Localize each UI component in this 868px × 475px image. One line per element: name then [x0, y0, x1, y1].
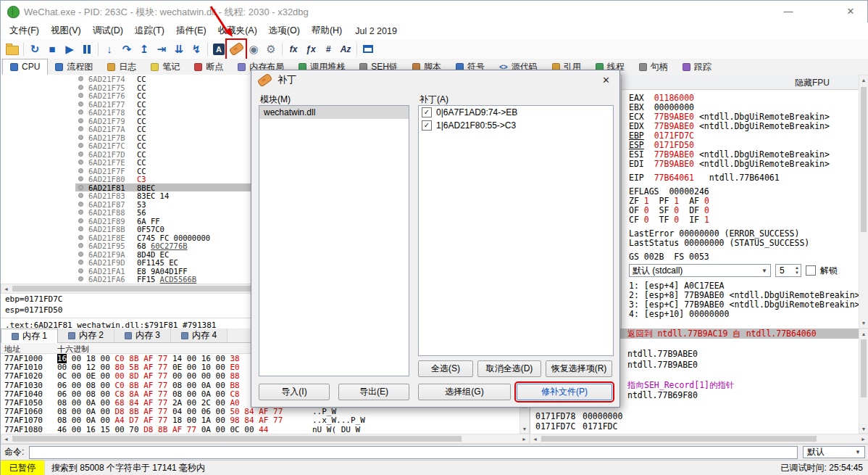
dump-tab-1[interactable]: 内存 1 — [1, 329, 58, 343]
register-line[interactable]: LastStatus 00000000 (STATUS_SUCCESS) — [629, 238, 859, 247]
scroll-down-icon[interactable]: ▼ — [859, 424, 868, 433]
register-line[interactable]: GS 002B FS 0053 — [629, 252, 859, 261]
breakpoint-dot[interactable] — [78, 93, 83, 98]
scroll-right-icon[interactable]: ► — [519, 434, 529, 443]
breakpoint-dot[interactable] — [78, 226, 83, 231]
deselect-all-button[interactable]: 取消全选(D) — [477, 360, 541, 377]
menu-item-favourites[interactable]: 收藏夹(A) — [212, 22, 263, 39]
scroll-up-icon[interactable]: ▲ — [859, 75, 868, 85]
comment-button[interactable]: ◉ — [245, 41, 262, 58]
stack-row[interactable]: 0171FD7C0171FDC — [530, 421, 859, 431]
patch-checkbox[interactable]: ✓ — [422, 120, 432, 131]
register-line[interactable]: EBX 00000000 — [629, 102, 859, 112]
dump-tab-4[interactable]: 内存 4 — [171, 329, 228, 342]
scroll-thumb[interactable] — [12, 436, 462, 442]
hash-button[interactable]: # — [320, 41, 337, 58]
menu-item-trace[interactable]: 追踪(T) — [129, 22, 170, 39]
run-to-cursor-button[interactable]: ⇥ — [153, 41, 170, 58]
menu-item-view[interactable]: 视图(V) — [45, 22, 87, 39]
tab-cpu[interactable]: CPU — [2, 59, 48, 75]
register-line[interactable]: EFLAGS 00000246 — [629, 186, 859, 196]
breakpoint-dot[interactable] — [78, 135, 83, 140]
dump-tab-3[interactable]: 内存 3 — [114, 329, 171, 342]
register-line[interactable]: ESP 0171FD50 — [629, 140, 859, 149]
breakpoint-dot[interactable] — [78, 143, 83, 148]
unlock-checkbox[interactable] — [806, 265, 816, 276]
command-input[interactable] — [29, 446, 798, 459]
dump-row[interactable]: 77AF107008 00 0A 00 A4 D7 AF 77 18 00 1A… — [1, 416, 519, 424]
register-line[interactable]: LastError 00000000 (ERROR_SUCCESS) — [629, 228, 859, 238]
menu-item-help[interactable]: 帮助(H) — [306, 22, 348, 39]
breakpoint-dot[interactable] — [78, 76, 83, 81]
patch-list-item[interactable]: ✓0|6A7F1AD9:74->EB — [419, 106, 613, 119]
open-file-button[interactable] — [4, 41, 21, 58]
argument-line[interactable]: 3: [esp+C] 77B9ABE0 <ntdll.DbgUiRemoteBr… — [629, 300, 859, 309]
breakpoint-dot[interactable] — [78, 210, 83, 215]
patch-dialog-titlebar[interactable]: 补丁 ✕ — [251, 70, 619, 89]
run-button[interactable]: ▶ — [61, 41, 78, 58]
register-line[interactable]: EDX 77B9ABE0 <ntdll.DbgUiRemoteBreakin> — [629, 121, 859, 131]
breakpoint-dot[interactable] — [78, 252, 83, 257]
menu-item-debug[interactable]: 调试(D) — [87, 22, 129, 39]
breakpoint-dot[interactable] — [78, 152, 83, 157]
stack-vscrollbar[interactable]: ▲ ▼ — [859, 329, 868, 434]
search-web-button[interactable] — [394, 41, 412, 58]
scroll-up-icon[interactable]: ▲ — [859, 329, 868, 338]
patch-file-button[interactable]: 修补文件(P) — [517, 384, 612, 400]
breakpoint-dot[interactable] — [78, 160, 83, 165]
breakpoint-dot[interactable] — [78, 126, 83, 131]
menu-item-file[interactable]: 文件(F) — [4, 22, 45, 39]
module-list-item[interactable]: wechatwin.dll — [259, 106, 409, 119]
scroll-thumb[interactable] — [541, 436, 817, 442]
convention-dropdown[interactable]: 默认 (stdcall) ▼ — [629, 264, 771, 277]
tab-log[interactable]: 日志 — [100, 59, 143, 75]
scroll-left-icon[interactable]: ◄ — [530, 434, 540, 443]
functions-button[interactable]: fx — [285, 41, 302, 58]
breakpoint-dot[interactable] — [78, 218, 83, 223]
breakpoint-dot[interactable] — [78, 260, 83, 265]
menu-item-plugins[interactable]: 插件(E) — [170, 22, 212, 39]
search-button[interactable] — [377, 41, 394, 58]
breakpoint-dot[interactable] — [78, 268, 83, 273]
breakpoint-dot[interactable] — [78, 168, 83, 173]
import-button[interactable]: 导入(I) — [259, 384, 330, 400]
tab-trace[interactable]: 跟踪 — [675, 59, 719, 75]
register-line[interactable]: EBP 0171FD7C — [629, 131, 859, 140]
step-over-button[interactable]: ↷ — [118, 41, 135, 58]
dump-tab-2[interactable]: 内存 2 — [58, 329, 114, 342]
breakpoint-dot[interactable] — [78, 243, 83, 248]
argument-count-stepper[interactable]: 5 ▲▼ — [775, 264, 801, 277]
select-all-button[interactable]: 全选(S) — [418, 360, 473, 377]
tab-graph[interactable]: 流程图 — [48, 59, 100, 75]
stack-row[interactable]: 0171FD7800000000 — [530, 411, 859, 421]
patch-button[interactable] — [228, 41, 245, 58]
minimize-button[interactable]: — — [773, 4, 804, 20]
stop-button[interactable]: ■ — [43, 41, 61, 58]
export-button[interactable]: 导出(E) — [338, 384, 409, 400]
scroll-down-icon[interactable]: ▼ — [859, 318, 868, 328]
calculator-button[interactable]: ƒx — [302, 41, 320, 58]
dump-hscrollbar[interactable]: ◄ ► — [1, 434, 530, 444]
breakpoint-dot[interactable] — [78, 235, 83, 240]
close-button[interactable]: ✕ — [835, 4, 866, 20]
patch-list-item[interactable]: ✓1|6AD21F80:55->C3 — [419, 119, 613, 132]
scroll-left-icon[interactable]: ◄ — [1, 434, 11, 443]
scroll-thumb[interactable] — [861, 339, 867, 397]
registers-vscrollbar[interactable]: ▲ ▼ — [859, 75, 868, 329]
command-combo[interactable]: 默认 ▼ — [803, 446, 865, 458]
patch-checkbox[interactable]: ✓ — [422, 107, 432, 117]
select-group-button[interactable]: 选择组(G) — [418, 384, 511, 400]
breakpoint-dot[interactable] — [78, 85, 83, 90]
spinner-arrows-icon[interactable]: ▲▼ — [795, 265, 799, 276]
settings-gear-button[interactable]: ⚙ — [262, 41, 280, 58]
scroll-right-icon[interactable]: ► — [859, 434, 868, 443]
animate-into-button[interactable]: ⇊ — [170, 41, 188, 58]
breakpoint-dot[interactable] — [78, 102, 83, 107]
step-out-button[interactable]: ↥ — [135, 41, 153, 58]
titlebar[interactable]: WeChat.exe - PID: 263C - 模块: wechatwin.d… — [1, 1, 867, 22]
breakpoint-dot[interactable] — [78, 118, 83, 123]
tab-handles[interactable]: 句柄 — [632, 59, 675, 75]
register-line[interactable]: EAX 01186000 — [629, 93, 859, 102]
register-line[interactable]: OF 0 SF 0 DF 0 — [629, 205, 859, 215]
debuggee-button[interactable]: A — [210, 41, 228, 58]
